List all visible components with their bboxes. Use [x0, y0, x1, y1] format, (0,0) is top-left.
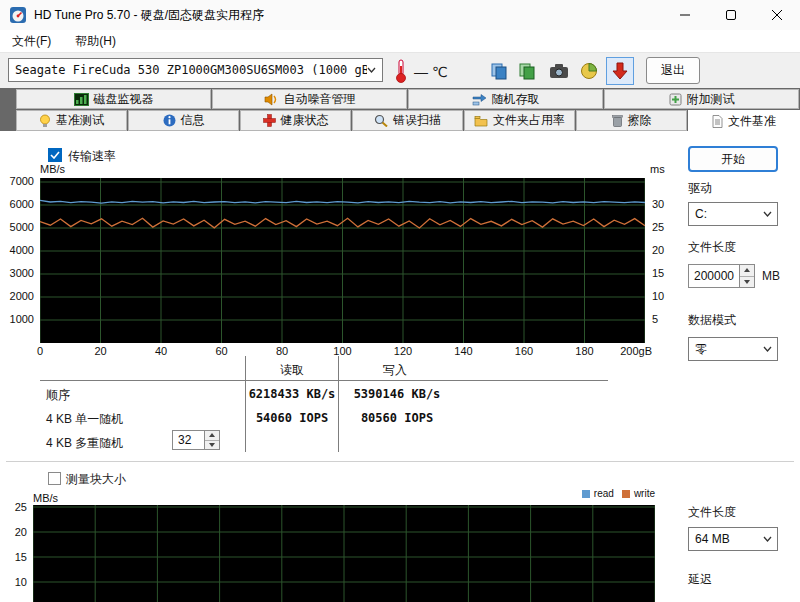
drive-combobox[interactable]: C: — [688, 202, 778, 226]
screenshot-button[interactable] — [546, 58, 572, 84]
drive-selector-value: Seagate FireCuda 530 ZP1000GM300SU6SM003… — [9, 63, 367, 77]
extra-tests-icon — [669, 93, 682, 106]
copy-image-icon — [518, 62, 536, 80]
tick-label: 25 — [652, 221, 664, 233]
tick-label: 1000 — [10, 313, 34, 325]
erase-icon — [612, 114, 623, 127]
data-pattern-value: 零 — [689, 341, 763, 358]
tick-label: 80 — [276, 345, 288, 357]
bottom-file-length-value: 64 MB — [689, 532, 763, 546]
start-button[interactable]: 开始 — [688, 146, 778, 172]
mini-chart-legend: read write — [455, 488, 655, 499]
down-arrow-icon — [209, 443, 215, 447]
read-header: 读取 — [246, 362, 338, 379]
tab-benchmark[interactable]: 基准测试 — [16, 110, 127, 131]
queue-depth-spin-buttons — [205, 430, 220, 450]
tab-file-benchmark[interactable]: 文件基准 — [688, 110, 800, 132]
spin-up-button[interactable] — [205, 431, 219, 440]
tab-erase[interactable]: 擦除 — [576, 110, 687, 131]
y-right-axis-title: ms — [650, 163, 665, 175]
tick-label: 100 — [333, 345, 351, 357]
read-color-swatch — [582, 490, 590, 498]
window-title: HD Tune Pro 5.70 - 硬盘/固态硬盘实用程序 — [34, 0, 264, 30]
up-arrow-icon — [209, 433, 215, 437]
transfer-rate-label: 传输速率 — [68, 148, 116, 165]
row-4k-single-label: 4 KB 单一随机 — [46, 411, 123, 428]
data-pattern-combobox[interactable]: 零 — [688, 337, 778, 361]
latency-label: 延迟 — [688, 571, 712, 588]
file-length-spinner[interactable]: 200000 — [688, 264, 755, 288]
y-left-tick-labels: 1000200030004000500060007000 — [0, 178, 36, 343]
write-header: 写入 — [339, 362, 451, 379]
tick-label: 6000 — [10, 198, 34, 210]
copy-text-button[interactable] — [486, 58, 512, 84]
section-divider — [6, 461, 794, 462]
tabstrip: 磁盘监视器 自动噪音管理 随机存取 附加测试 — [0, 88, 800, 131]
menu-file[interactable]: 文件(F) — [0, 30, 63, 52]
health-icon — [263, 114, 276, 127]
chevron-down-icon — [763, 346, 772, 352]
tick-label: 25 — [15, 501, 27, 513]
tick-label: 200gB — [620, 345, 652, 357]
queue-depth-value[interactable]: 32 — [172, 430, 205, 450]
drive-selector[interactable]: Seagate FireCuda 530 ZP1000GM300SU6SM003… — [8, 58, 383, 82]
spin-down-button[interactable] — [205, 440, 219, 450]
minimize-icon — [680, 10, 690, 20]
tab-random-access[interactable]: 随机存取 — [408, 89, 603, 109]
bottom-file-length-combobox[interactable]: 64 MB — [688, 527, 778, 551]
app-icon — [10, 7, 26, 23]
down-arrow-icon — [744, 280, 750, 284]
write-color-swatch — [622, 490, 630, 498]
tick-label: 15 — [15, 551, 27, 563]
block-size-checkbox[interactable] — [48, 472, 61, 485]
row-4k-multi-label: 4 KB 多重随机 — [46, 435, 123, 452]
disk-usage-button[interactable] — [576, 58, 602, 84]
row-sequential-label: 顺序 — [46, 387, 70, 404]
mini-y-axis-title: MB/s — [33, 492, 58, 504]
copy-image-button[interactable] — [514, 58, 540, 84]
tab-extra-tests[interactable]: 附加测试 — [604, 89, 799, 109]
x-tick-labels: 020406080100120140160180200gB — [40, 345, 660, 359]
tab-error-scan[interactable]: 错误扫描 — [352, 110, 463, 131]
exit-button[interactable]: 退出 — [646, 57, 700, 84]
tab-label: 磁盘监视器 — [94, 91, 154, 108]
copy-text-icon — [490, 62, 508, 80]
file-length-value[interactable]: 200000 — [688, 264, 740, 288]
file-length-spin-buttons — [740, 264, 755, 288]
4k-single-write-value: 80560 IOPS — [339, 411, 455, 425]
start-button-label: 开始 — [721, 151, 745, 168]
legend-read-label: read — [594, 488, 614, 499]
chevron-down-icon — [367, 67, 376, 73]
tab-folder-usage[interactable]: 文件夹占用率 — [464, 110, 575, 131]
save-results-button[interactable] — [606, 57, 634, 85]
maximize-button[interactable] — [708, 0, 754, 30]
chevron-down-icon — [763, 211, 772, 217]
close-button[interactable] — [754, 0, 800, 30]
disk-usage-icon — [580, 62, 598, 80]
tab-label: 健康状态 — [281, 112, 329, 129]
camera-icon — [549, 62, 569, 80]
tab-label: 附加测试 — [687, 91, 735, 108]
tab-label: 基准测试 — [56, 112, 104, 129]
legend-read: read — [582, 488, 614, 499]
queue-depth-spinner[interactable]: 32 — [172, 430, 220, 450]
minimize-button[interactable] — [662, 0, 708, 30]
tab-noise-management[interactable]: 自动噪音管理 — [212, 89, 407, 109]
tab-health[interactable]: 健康状态 — [240, 110, 351, 131]
toolbar: Seagate FireCuda 530 ZP1000GM300SU6SM003… — [0, 52, 800, 88]
temperature-value: — — [414, 64, 428, 80]
red-down-arrow-icon — [611, 62, 629, 80]
tick-label: 3000 — [10, 267, 34, 279]
tab-disk-monitor[interactable]: 磁盘监视器 — [16, 89, 211, 109]
file-length-unit: MB — [762, 269, 780, 283]
tab-label: 自动噪音管理 — [284, 91, 356, 108]
menu-help[interactable]: 帮助(H) — [63, 30, 128, 52]
transfer-rate-checkbox[interactable] — [48, 148, 62, 162]
spin-up-button[interactable] — [740, 265, 754, 276]
tick-label: 10 — [15, 576, 27, 588]
tab-info[interactable]: 信息 — [128, 110, 239, 131]
check-icon — [50, 151, 60, 159]
spin-down-button[interactable] — [740, 276, 754, 288]
maximize-icon — [726, 10, 736, 20]
legend-write: write — [622, 488, 655, 499]
